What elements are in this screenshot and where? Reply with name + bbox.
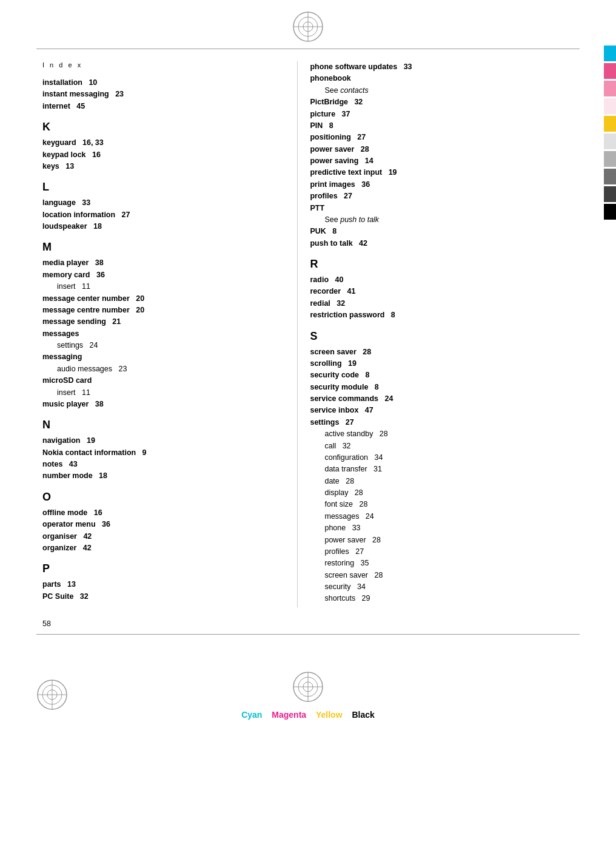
section-letter-n: N (42, 419, 285, 431)
cmyk-magenta-label: Magenta (272, 710, 306, 720)
index-entry: print images 36 (310, 179, 574, 191)
section-letter-r: R (310, 258, 574, 271)
section-s: screen saver 28 scrolling 19 security co… (310, 346, 574, 605)
section-m: media player 38 memory card 36 insert 11… (42, 257, 285, 410)
nokia-logo-top (292, 11, 324, 42)
section-n: navigation 19 Nokia contact information … (42, 435, 285, 482)
index-entry: internet 45 (42, 101, 285, 112)
section-p-right: phone software updates 33 phonebook See … (310, 61, 574, 249)
index-entry: messages 24 (310, 511, 574, 522)
index-entry: configuration 34 (310, 452, 574, 464)
index-entry: operator menu 36 (42, 519, 285, 530)
index-entry: power saver 28 (310, 535, 574, 546)
main-content: I n d e x installation 10 instant messag… (0, 49, 616, 619)
swatch-black (604, 204, 616, 220)
cmyk-spacer (266, 710, 268, 720)
index-entry: positioning 27 (310, 132, 574, 143)
section-p-left: parts 13 PC Suite 32 (42, 579, 285, 602)
cmyk-text: Cyan Magenta Yellow Black (240, 703, 376, 724)
index-entry: organizer 42 (42, 542, 285, 554)
swatch-light-pink (604, 98, 616, 114)
index-entry: font size 28 (310, 499, 574, 510)
section-letter-k: K (42, 121, 285, 133)
index-entry: insert 11 (42, 281, 285, 292)
index-entry: music player 38 (42, 399, 285, 410)
index-entry: phone software updates 33 (310, 61, 574, 73)
section-o: offline mode 16 operator menu 36 organis… (42, 507, 285, 555)
index-entry: Nokia contact information 9 (42, 447, 285, 459)
index-entry: messages (42, 328, 285, 340)
index-entry: See push to talk (310, 214, 574, 226)
cmyk-black-label: Black (352, 710, 374, 720)
section-letter-l: L (42, 181, 285, 194)
index-entry: keyguard 16, 33 (42, 137, 285, 149)
index-entry: message centre number 20 (42, 305, 285, 316)
swatch-pink (604, 81, 616, 96)
index-entry: radio 40 (310, 274, 574, 286)
section-letter-o: O (42, 491, 285, 504)
index-entry: settings 24 (42, 340, 285, 351)
index-entry: shortcuts 29 (310, 593, 574, 604)
cmyk-cyan-label: Cyan (241, 710, 262, 720)
section-intro: installation 10 instant messaging 23 int… (42, 77, 285, 112)
index-entry: message sending 21 (42, 316, 285, 328)
index-entry: PC Suite 32 (42, 591, 285, 602)
index-entry: microSD card (42, 375, 285, 386)
section-k: keyguard 16, 33 keypad lock 16 keys 13 (42, 137, 285, 172)
index-entry: memory card 36 (42, 269, 285, 281)
index-title: I n d e x (42, 61, 285, 69)
index-entry: message center number 20 (42, 293, 285, 305)
swatch-cyan (604, 46, 616, 61)
swatch-light-gray (604, 133, 616, 149)
index-entry: audio messages 23 (42, 363, 285, 375)
index-entry: scrolling 19 (310, 358, 574, 370)
index-entry: PTT (310, 203, 574, 214)
section-l: language 33 location information 27 loud… (42, 197, 285, 232)
right-column: phone software updates 33 phonebook See … (297, 61, 574, 607)
color-swatches-right (604, 46, 616, 220)
index-entry: keys 13 (42, 161, 285, 172)
swatch-dark-gray (604, 169, 616, 184)
index-entry: instant messaging 23 (42, 89, 285, 100)
index-entry: data transfer 31 (310, 464, 574, 475)
index-entry: loudspeaker 18 (42, 221, 285, 232)
index-entry: active standby 28 (310, 428, 574, 440)
swatch-magenta (604, 63, 616, 79)
index-entry: insert 11 (42, 387, 285, 399)
index-entry: notes 43 (42, 459, 285, 470)
index-entry: organiser 42 (42, 531, 285, 542)
index-entry: display 28 (310, 487, 574, 499)
index-entry: profiles 27 (310, 546, 574, 558)
index-entry: messaging (42, 351, 285, 363)
index-entry: service inbox 47 (310, 405, 574, 416)
index-entry: PictBridge 32 (310, 96, 574, 108)
index-entry: phone 33 (310, 522, 574, 534)
index-entry: location information 27 (42, 209, 285, 221)
section-r: radio 40 recorder 41 redial 32 restricti… (310, 274, 574, 322)
index-entry: predictive text input 19 (310, 167, 574, 178)
nokia-logo-bottom-center (292, 671, 324, 703)
page-container: I n d e x installation 10 instant messag… (0, 0, 616, 847)
index-entry: power saving 14 (310, 155, 574, 167)
cmyk-spacer2 (310, 710, 312, 720)
index-entry: number mode 18 (42, 470, 285, 482)
section-letter-m: M (42, 241, 285, 254)
index-entry: screen saver 28 (310, 346, 574, 358)
cmyk-spacer3 (346, 710, 349, 720)
index-entry: installation 10 (42, 77, 285, 89)
top-logo-area (0, 0, 616, 49)
index-entry: picture 37 (310, 109, 574, 120)
index-entry: media player 38 (42, 257, 285, 269)
nokia-logo-bottom-left (36, 679, 68, 712)
index-entry: service commands 24 (310, 393, 574, 405)
left-column: I n d e x installation 10 instant messag… (42, 61, 297, 607)
section-letter-p: P (42, 562, 285, 575)
index-entry: security 34 (310, 581, 574, 593)
index-entry: PUK 8 (310, 226, 574, 237)
index-entry: restoring 35 (310, 558, 574, 569)
index-entry: restriction password 8 (310, 309, 574, 321)
index-entry: power saver 28 (310, 144, 574, 155)
cmyk-yellow-label: Yellow (316, 710, 343, 720)
index-entry: parts 13 (42, 579, 285, 590)
bottom-horizontal-rule (36, 634, 580, 635)
